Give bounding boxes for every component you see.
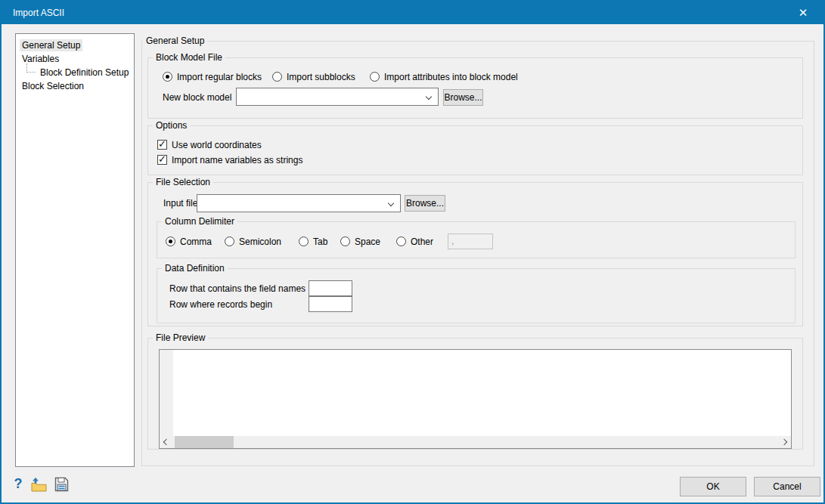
radio-import-attributes[interactable]: Import attributes into block model <box>370 71 518 82</box>
tree-item-general-setup[interactable]: General Setup <box>20 39 134 52</box>
file-preview-group-title: File Preview <box>153 332 208 343</box>
radio-label: Semicolon <box>239 237 281 247</box>
save-glyph <box>54 477 69 492</box>
field-names-row-input[interactable] <box>309 280 352 296</box>
data-definition-group: Data Definition <box>157 268 796 323</box>
checkbox-icon <box>157 140 167 150</box>
title-bar: Import ASCII ✕ <box>2 2 823 24</box>
chevron-down-icon <box>388 200 394 206</box>
input-file-combobox[interactable] <box>197 194 401 212</box>
radio-label: Other <box>411 237 433 247</box>
checkbox-label: Import name variables as strings <box>172 155 302 165</box>
checkbox-import-name-variables[interactable]: Import name variables as strings <box>157 154 302 165</box>
navigation-tree: General Setup Variables Block Definition… <box>15 33 135 467</box>
radio-label: Import regular blocks <box>177 72 262 82</box>
radio-delimiter-comma[interactable]: Comma <box>166 236 212 247</box>
block-model-file-group-title: Block Model File <box>153 52 225 63</box>
radio-import-subblocks[interactable]: Import subblocks <box>272 71 355 82</box>
tree-item-variables[interactable]: Variables <box>20 52 134 66</box>
browse-button-label: Browse... <box>444 92 482 103</box>
chevron-down-icon <box>426 94 432 100</box>
horizontal-scrollbar[interactable] <box>160 436 791 448</box>
ok-button[interactable]: OK <box>680 477 746 496</box>
radio-delimiter-other[interactable]: Other <box>396 236 433 247</box>
options-group-title: Options <box>153 120 190 131</box>
radio-delimiter-tab[interactable]: Tab <box>299 236 327 247</box>
ok-button-label: OK <box>706 481 719 492</box>
new-block-model-label: New block model <box>163 92 231 103</box>
tree-item-label: Block Selection <box>20 80 86 92</box>
radio-label: Comma <box>180 237 212 247</box>
new-block-model-browse-button[interactable]: Browse... <box>443 89 483 106</box>
radio-button-icon <box>166 237 175 246</box>
scrollbar-thumb[interactable] <box>175 436 234 448</box>
close-icon[interactable]: ✕ <box>790 2 816 24</box>
cancel-button[interactable]: Cancel <box>754 477 820 496</box>
other-delimiter-value: , <box>451 236 454 246</box>
column-delimiter-group-title: Column Delimiter <box>162 216 237 227</box>
checkbox-use-world-coordinates[interactable]: Use world coordinates <box>157 139 262 150</box>
checkbox-icon <box>157 155 167 165</box>
window-title: Import ASCII <box>13 8 64 18</box>
radio-button-icon <box>370 72 380 82</box>
file-selection-group-title: File Selection <box>153 177 213 187</box>
radio-label: Import attributes into block model <box>384 72 518 82</box>
tree-item-label: Block Definition Setup <box>38 66 131 79</box>
records-begin-row-label: Row where records begin <box>169 299 272 310</box>
radio-delimiter-semicolon[interactable]: Semicolon <box>225 236 281 247</box>
save-icon[interactable] <box>54 476 69 492</box>
radio-label: Tab <box>313 237 327 247</box>
field-names-row-label: Row that contains the field names <box>169 283 305 294</box>
cancel-button-label: Cancel <box>773 481 801 492</box>
scroll-right-icon[interactable] <box>781 439 787 445</box>
tree-item-block-selection[interactable]: Block Selection <box>20 79 134 93</box>
scroll-left-icon[interactable] <box>163 439 169 445</box>
file-preview-pane <box>159 349 792 449</box>
input-file-label: Input file <box>163 198 197 209</box>
open-folder-icon[interactable] <box>30 477 47 492</box>
preview-row-gutter <box>160 350 173 436</box>
new-block-model-combobox[interactable] <box>236 88 439 106</box>
radio-button-icon <box>272 72 282 82</box>
tree-item-label: General Setup <box>20 39 82 51</box>
preview-content-area[interactable] <box>173 350 791 436</box>
radio-button-icon <box>225 237 234 246</box>
data-definition-group-title: Data Definition <box>162 263 228 274</box>
tree-item-block-definition-setup[interactable]: Block Definition Setup <box>20 66 134 79</box>
radio-label: Space <box>355 237 380 247</box>
import-ascii-dialog: Import ASCII ✕ General Setup Variables B… <box>0 0 825 504</box>
radio-button-icon <box>163 72 172 82</box>
options-group: Options <box>147 125 803 175</box>
input-file-browse-button[interactable]: Browse... <box>405 195 445 212</box>
records-begin-row-input[interactable] <box>309 296 352 312</box>
radio-button-icon <box>299 237 309 246</box>
radio-label: Import subblocks <box>287 72 355 82</box>
other-delimiter-field[interactable]: , <box>448 233 493 249</box>
radio-button-icon <box>340 237 350 246</box>
open-folder-glyph <box>31 478 47 492</box>
tree-connector-line <box>26 63 36 73</box>
checkbox-label: Use world coordinates <box>172 140 262 150</box>
help-icon[interactable]: ? <box>11 475 26 493</box>
radio-button-icon <box>396 237 406 246</box>
radio-delimiter-space[interactable]: Space <box>340 236 380 247</box>
browse-button-label: Browse... <box>406 198 444 209</box>
radio-import-regular-blocks[interactable]: Import regular blocks <box>163 71 262 82</box>
help-glyph: ? <box>14 476 23 492</box>
general-setup-group-title: General Setup <box>143 36 207 46</box>
